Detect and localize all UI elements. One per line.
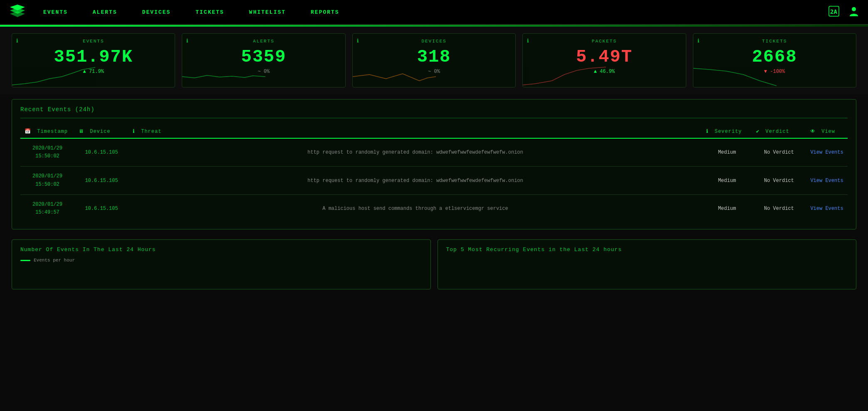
stat-value-packets: 5.49T: [529, 47, 679, 67]
stat-card-events: EVENTS ℹ 351.97K ▲ 71.9%: [12, 33, 175, 87]
stat-title-tickets: TICKETS: [700, 39, 849, 44]
nav-alerts[interactable]: ALERTS: [93, 9, 117, 15]
stat-card-tickets: TICKETS ℹ 2668 ▼ -100%: [693, 33, 856, 87]
col-header-threat: ℹ Threat: [129, 125, 702, 138]
stat-title-devices: DEVICES: [359, 39, 509, 44]
bottom-card-events-chart: Number Of Events In The Last 24 Hours Ev…: [12, 239, 431, 289]
cell-threat-1: http request to randomly generated domai…: [129, 167, 702, 194]
table-row: 2020/01/2915:50:02 10.6.15.105 http requ…: [20, 138, 848, 167]
sparkline-packets: [523, 66, 606, 87]
table-row: 2020/01/2915:50:02 10.6.15.105 http requ…: [20, 167, 848, 194]
svg-point-5: [852, 7, 856, 11]
sparkline-alerts: [182, 66, 265, 87]
view-events-link-2[interactable]: View Events: [806, 194, 848, 222]
col-header-view: 👁 View: [806, 125, 848, 138]
stat-title-packets: PACKETS: [529, 39, 679, 44]
info-icon-events[interactable]: ℹ: [16, 38, 18, 44]
svg-marker-2: [10, 11, 25, 17]
cell-severity-2: Medium: [702, 194, 752, 222]
cell-timestamp-2: 2020/01/2915:49:57: [20, 194, 74, 222]
view-events-link-1[interactable]: View Events: [806, 167, 848, 194]
nav-reports[interactable]: REPORTS: [311, 9, 339, 15]
bottom-card-recurring: Top 5 Most Recurring Events in the Last …: [438, 239, 857, 289]
view-events-link-0[interactable]: View Events: [806, 138, 848, 167]
stat-title-alerts: ALERTS: [189, 39, 338, 44]
verdict-icon: ✔: [756, 129, 759, 135]
threat-icon: ℹ: [133, 129, 135, 135]
logo[interactable]: [8, 3, 27, 21]
info-icon-tickets[interactable]: ℹ: [697, 38, 700, 44]
table-row: 2020/01/2915:49:57 10.6.15.105 A malicio…: [20, 194, 848, 222]
col-header-device: 🖥 Device: [74, 125, 129, 138]
navbar: EVENTS ALERTS DEVICES TICKETS WHITELIST …: [0, 0, 868, 25]
nav-devices[interactable]: DEVICES: [142, 9, 171, 15]
section-divider: [20, 118, 848, 118]
cell-threat-2: A malicious host send commands through a…: [129, 194, 702, 222]
nav-icon-group: 2A: [828, 5, 860, 19]
stat-value-alerts: 5359: [189, 47, 338, 67]
table-header: 📅 Timestamp 🖥 Device ℹ Threat ℹ Severity…: [20, 125, 848, 138]
cell-verdict-1: No Verdict: [752, 167, 806, 194]
stat-value-events: 351.97K: [19, 47, 168, 67]
nav-tickets[interactable]: TICKETS: [195, 9, 224, 15]
info-icon-packets[interactable]: ℹ: [527, 38, 529, 44]
stat-title-events: EVENTS: [19, 39, 168, 44]
sparkline-devices: [353, 66, 436, 87]
info-icon-alerts[interactable]: ℹ: [186, 38, 188, 44]
col-header-verdict: ✔ Verdict: [752, 125, 806, 138]
cell-device-2: 10.6.15.105: [74, 194, 129, 222]
translate-icon[interactable]: 2A: [828, 5, 840, 19]
cell-severity-1: Medium: [702, 167, 752, 194]
recent-events-section: Recent Events (24h) 📅 Timestamp 🖥 Device…: [12, 99, 856, 229]
col-header-severity: ℹ Severity: [702, 125, 752, 138]
view-icon: 👁: [810, 129, 816, 135]
col-header-timestamp: 📅 Timestamp: [20, 125, 74, 138]
user-icon[interactable]: [848, 5, 860, 19]
nav-whitelist[interactable]: WHITELIST: [249, 9, 286, 15]
cell-severity-0: Medium: [702, 138, 752, 167]
nav-events[interactable]: EVENTS: [43, 9, 68, 15]
legend-color-events: [20, 260, 30, 261]
cell-verdict-2: No Verdict: [752, 194, 806, 222]
svg-text:2A: 2A: [830, 8, 837, 15]
cell-verdict-0: No Verdict: [752, 138, 806, 167]
cell-threat-0: http request to randomly generated domai…: [129, 138, 702, 167]
stats-row: EVENTS ℹ 351.97K ▲ 71.9% ALERTS ℹ 5359 ~…: [0, 27, 868, 94]
events-table: 📅 Timestamp 🖥 Device ℹ Threat ℹ Severity…: [20, 125, 848, 222]
bottom-row: Number Of Events In The Last 24 Hours Ev…: [0, 234, 868, 298]
severity-icon: ℹ: [706, 129, 709, 135]
cell-device-0: 10.6.15.105: [74, 138, 129, 167]
table-body: 2020/01/2915:50:02 10.6.15.105 http requ…: [20, 138, 848, 222]
sparkline-tickets: [693, 66, 777, 87]
cell-timestamp-1: 2020/01/2915:50:02: [20, 167, 74, 194]
section-title-recent: Recent Events (24h): [20, 106, 848, 113]
stat-value-devices: 318: [359, 47, 509, 67]
cell-device-1: 10.6.15.105: [74, 167, 129, 194]
info-icon-devices[interactable]: ℹ: [357, 38, 359, 44]
sparkline-events: [12, 66, 95, 87]
stat-card-alerts: ALERTS ℹ 5359 ~ 0%: [182, 33, 345, 87]
nav-links: EVENTS ALERTS DEVICES TICKETS WHITELIST …: [43, 9, 828, 15]
chart-title-recurring: Top 5 Most Recurring Events in the Last …: [446, 247, 848, 253]
stat-card-devices: DEVICES ℹ 318 ~ 0%: [352, 33, 516, 87]
calendar-icon: 📅: [25, 129, 31, 135]
stat-value-tickets: 2668: [700, 47, 849, 67]
cell-timestamp-0: 2020/01/2915:50:02: [20, 138, 74, 167]
monitor-icon: 🖥: [79, 129, 84, 135]
stat-card-packets: PACKETS ℹ 5.49T ▲ 46.9%: [522, 33, 686, 87]
chart-title-events: Number Of Events In The Last 24 Hours: [20, 247, 422, 253]
chart-legend-events: Events per hour: [20, 258, 422, 263]
